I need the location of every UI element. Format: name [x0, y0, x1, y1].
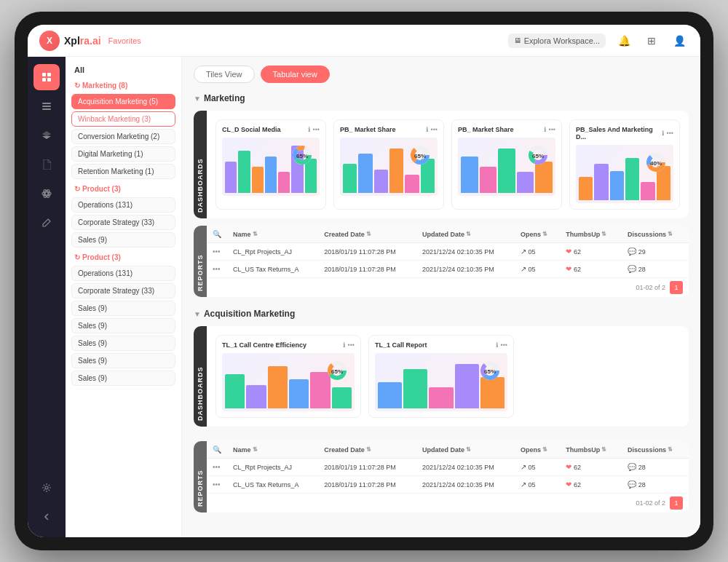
acq-row-dots-2[interactable]: •••	[207, 476, 227, 494]
card-thumb-social-media: 65%	[222, 138, 320, 196]
dashboard-card-call-centre: TL_1 Call Centre Efficiency ℹ •••	[215, 335, 361, 418]
acq-th-discussions[interactable]: Discussions⇅	[622, 441, 689, 459]
panel-item-acquisition-marketing[interactable]: Acquisition Marketing (5)	[71, 94, 175, 109]
svg-rect-1	[47, 73, 51, 76]
acq-open-icon-1[interactable]: ↗	[521, 463, 526, 471]
open-icon[interactable]: ↗	[521, 248, 526, 256]
acq-th-name[interactable]: Name⇅	[227, 441, 318, 459]
tablet-screen: X Xplra.ai Favorites 🖥 Explora Workspace…	[28, 25, 700, 537]
svg-text:65%: 65%	[296, 153, 308, 159]
acquisition-reports-section: Reports 🔍 Name⇅ Created Date⇅ Updated Da…	[194, 441, 689, 512]
panel-section-marketing: ↻ Marketing (8)	[71, 80, 175, 91]
row-name-1: CL_Rpt Projects_AJ	[227, 243, 318, 261]
content-area: Tiles View Tabular view ▼ Marketing Dash…	[182, 57, 700, 537]
sort-icon-name: ⇅	[253, 231, 258, 237]
sidebar-icon-grid[interactable]	[33, 64, 60, 90]
marketing-dashboard-cards: CL_D Social Media ℹ •••	[207, 111, 689, 218]
acq-row-updated-2: 2021/12/24 02:10:35 PM	[416, 476, 515, 494]
card-menu-icon-3[interactable]: •••	[549, 126, 555, 133]
row-thumbsup-2: ❤ 62	[560, 261, 622, 278]
top-bar-right: 🖥 Explora Workspace... 🔔 ⊞ 👤	[508, 31, 689, 50]
card-info-icon[interactable]: ℹ	[308, 126, 310, 133]
row-dots-1[interactable]: •••	[207, 243, 227, 261]
panel-item-operations2[interactable]: Operations (131)	[71, 266, 175, 281]
sidebar-icon-layers[interactable]	[33, 122, 60, 149]
chevron-icon-acq: ▼	[194, 310, 201, 318]
row-name-2: CL_US Tax Returns_A	[227, 261, 318, 278]
th-updated[interactable]: Updated Date⇅	[416, 226, 515, 243]
panel-item-corporate2[interactable]: Corporate Strategy (33)	[71, 283, 175, 298]
page-number-1[interactable]: 1	[670, 281, 683, 294]
row-created-2: 2018/01/19 11:07:28 PM	[318, 261, 416, 278]
th-discussions[interactable]: Discussions⇅	[622, 226, 689, 243]
panel-section-product2: ↻ Product (3)	[71, 252, 175, 263]
panel-item-sales2d[interactable]: Sales (9)	[71, 353, 175, 368]
panel-item-sales1[interactable]: Sales (9)	[71, 232, 175, 248]
th-opens[interactable]: Opens⇅	[515, 226, 560, 243]
acq-sort-icon-created: ⇅	[366, 446, 371, 453]
card-menu-icon-2[interactable]: •••	[431, 126, 438, 133]
panel-item-sales2a[interactable]: Sales (9)	[71, 301, 175, 316]
acq-th-opens[interactable]: Opens⇅	[515, 441, 560, 459]
grid-view-button[interactable]: ⊞	[642, 31, 661, 50]
acq-th-created[interactable]: Created Date⇅	[318, 441, 416, 459]
table-row: ••• CL_US Tax Returns_A 2018/01/19 11:07…	[207, 261, 689, 278]
tab-tiles-view[interactable]: Tiles View	[194, 66, 255, 83]
card-info-icon-acq1[interactable]: ℹ	[343, 341, 345, 349]
sidebar-icon-back[interactable]	[33, 504, 60, 530]
panel-item-conversion-marketing[interactable]: Conversion Marketing (2)	[71, 129, 175, 144]
tab-tabular-view[interactable]: Tabular view	[261, 66, 330, 83]
panel-item-operations1[interactable]: Operations (131)	[71, 197, 175, 213]
panel-all-label[interactable]: All	[71, 64, 175, 76]
svg-text:65%: 65%	[532, 153, 544, 159]
mini-donut-chart-4: 40%	[644, 151, 668, 174]
open-icon-2[interactable]: ↗	[521, 265, 526, 273]
row-dots-2[interactable]: •••	[207, 261, 227, 278]
sidebar-icon-brush[interactable]	[33, 210, 60, 236]
card-menu-icon-acq1[interactable]: •••	[348, 341, 355, 349]
card-info-icon-2[interactable]: ℹ	[426, 126, 428, 133]
acq-heart-icon-1: ❤	[566, 463, 571, 471]
acq-th-updated[interactable]: Updated Date⇅	[416, 441, 515, 459]
sidebar-icon-atom[interactable]	[33, 181, 60, 207]
acq-row-dots-1[interactable]: •••	[207, 459, 227, 476]
card-menu-icon[interactable]: •••	[313, 126, 320, 133]
card-info-icon-3[interactable]: ℹ	[544, 126, 546, 133]
left-panel: All ↻ Marketing (8) Acquisition Marketin…	[66, 57, 182, 537]
acq-th-search: 🔍	[207, 441, 227, 459]
panel-item-digital-marketing[interactable]: Digital Marketing (1)	[71, 146, 175, 162]
card-menu-icon-4[interactable]: •••	[667, 130, 673, 137]
panel-item-sales2b[interactable]: Sales (9)	[71, 318, 175, 333]
card-menu-icon-acq2[interactable]: •••	[501, 341, 507, 349]
acq-page-number-1[interactable]: 1	[670, 496, 683, 510]
acq-open-icon-2[interactable]: ↗	[521, 480, 526, 488]
acquisition-dashboard-cards-container: TL_1 Call Centre Efficiency ℹ •••	[207, 326, 689, 427]
acquisition-dashboards-section: Dashboards TL_1 Call Centre Efficiency ℹ…	[194, 326, 689, 427]
acq-row-created-2: 2018/01/19 11:07:28 PM	[318, 476, 416, 494]
panel-item-winback-marketing[interactable]: Winback Marketing (3)	[71, 111, 175, 127]
sidebar-icon-list[interactable]	[33, 93, 60, 119]
user-profile-button[interactable]: 👤	[670, 31, 689, 50]
panel-item-sales2c[interactable]: Sales (9)	[71, 336, 175, 351]
card-info-icon-4[interactable]: ℹ	[662, 130, 664, 137]
acq-th-thumbsup[interactable]: ThumbsUp⇅	[560, 441, 622, 459]
th-thumbsup[interactable]: ThumbsUp⇅	[560, 226, 622, 243]
panel-item-retention-marketing[interactable]: Retention Marketing (1)	[71, 164, 175, 179]
th-search: 🔍	[207, 226, 227, 243]
sidebar-icon-settings[interactable]	[33, 475, 60, 501]
panel-item-corporate1[interactable]: Corporate Strategy (33)	[71, 215, 175, 230]
acq-row-name-2: CL_US Tax Returns_A	[227, 476, 318, 494]
card-info-icon-acq2[interactable]: ℹ	[496, 341, 498, 349]
acq-row-thumbsup-2: ❤ 62	[560, 476, 622, 494]
search-icon[interactable]: 🔍	[213, 230, 221, 238]
row-opens-1: ↗ 05	[515, 243, 560, 261]
panel-item-sales2e[interactable]: Sales (9)	[71, 371, 175, 386]
sidebar-icon-file[interactable]	[33, 151, 60, 178]
th-name[interactable]: Name⇅	[227, 226, 318, 243]
th-created[interactable]: Created Date⇅	[318, 226, 416, 243]
acq-search-icon[interactable]: 🔍	[213, 446, 221, 454]
workspace-button[interactable]: 🖥 Explora Workspace...	[508, 33, 606, 48]
notification-bell-button[interactable]: 🔔	[614, 31, 633, 50]
acquisition-dashboards-label: Dashboards	[194, 326, 207, 427]
card-thumb-pb-market-2: 65%	[458, 138, 555, 196]
